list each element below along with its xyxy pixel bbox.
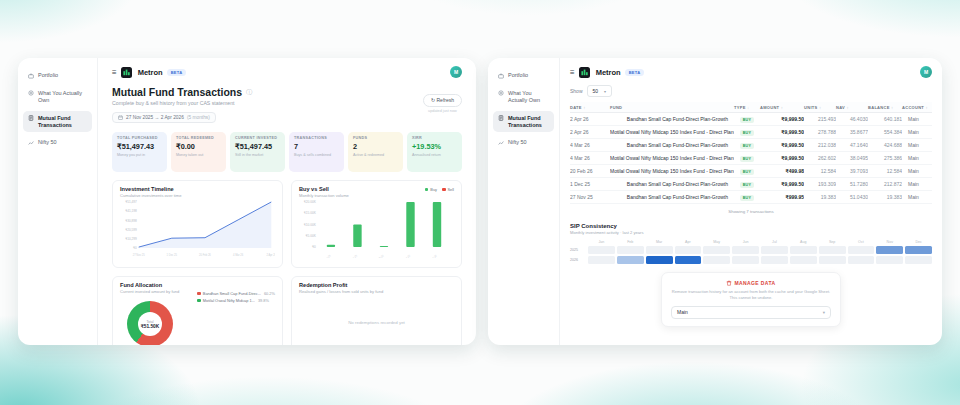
info-icon[interactable]: ⓘ [246, 88, 252, 97]
heatmap-cell[interactable] [819, 256, 846, 264]
bar-chart[interactable]: ₹0₹5.00K₹10.00K₹15.00K₹20.00KNov 25Dec 2… [299, 198, 454, 258]
date-range-chip[interactable]: 27 Nov 2025 → 2 Apr 2026 (5 months) [112, 112, 216, 123]
cell-type: BUY [734, 194, 760, 201]
heatmap-cell[interactable] [819, 246, 846, 254]
heatmap-month-label: May [703, 240, 730, 244]
svg-text:Apr 26: Apr 26 [429, 253, 438, 258]
svg-text:₹20,599: ₹20,599 [125, 228, 137, 232]
table-row[interactable]: 2 Apr 26 Motilal Oswal Nifty Midcap 150 … [570, 126, 932, 139]
table-row[interactable]: 2 Apr 26 Bandhan Small Cap Fund-Direct P… [570, 113, 932, 126]
dashboard-window: Portfolio What You Actually Own Mutual F… [18, 58, 476, 345]
cell-fund: Bandhan Small Cap Fund-Direct Plan-Growt… [610, 181, 734, 187]
buy-badge: BUY [740, 169, 755, 175]
column-header[interactable]: DATE ↕ [570, 105, 610, 110]
heatmap-cell[interactable] [905, 246, 932, 254]
hamburger-menu-icon[interactable]: ≡ [112, 68, 117, 77]
sort-icon[interactable]: ↕ [846, 105, 848, 110]
sip-heatmap: JanFebMarAprMayJunJulAugSepOctNovDec2025… [570, 240, 932, 264]
column-header[interactable]: AMOUNT ↕ [760, 105, 804, 110]
column-header[interactable]: UNITS ↕ [804, 105, 836, 110]
heatmap-cell[interactable] [646, 246, 673, 254]
cell-units: 19.383 [804, 194, 836, 200]
manage-data-card: MANAGE DATA Remove transaction history f… [661, 272, 841, 327]
heatmap-cell[interactable] [732, 256, 759, 264]
sidebar-item-what-you-own[interactable]: What You Actually Own [23, 86, 92, 108]
column-header[interactable]: FUND [610, 105, 734, 110]
legend-percent: 60.2% [264, 291, 275, 296]
heatmap-cell[interactable] [732, 246, 759, 254]
heatmap-cell[interactable] [790, 256, 817, 264]
sidebar-item-nifty50[interactable]: Nifty 50 [23, 135, 92, 150]
legend-label: Bandhan Small Cap Fund-Direc... [203, 291, 261, 296]
sort-icon[interactable]: ↕ [583, 105, 585, 110]
svg-text:₹10.00K: ₹10.00K [304, 223, 317, 227]
heatmap-month-label: Apr [675, 240, 702, 244]
page-title: Mutual Fund Transactions ⓘ [112, 86, 462, 98]
hamburger-menu-icon[interactable]: ≡ [570, 68, 575, 77]
column-header[interactable]: TYPE ↓ [734, 105, 760, 110]
heatmap-cell[interactable] [761, 256, 788, 264]
sidebar-item-nifty50[interactable]: Nifty 50 [493, 135, 554, 150]
document-icon [28, 115, 34, 121]
legend-percent: 39.8% [258, 298, 269, 303]
heatmap-cell[interactable] [905, 256, 932, 264]
heatmap-cell[interactable] [848, 246, 875, 254]
buy-vs-sell-card: Buy vs Sell Monthly transaction volume B… [291, 180, 462, 268]
page-size-select[interactable]: 50 ▾ [587, 85, 613, 97]
table-row[interactable]: 4 Mar 26 Motilal Oswal Nifty Midcap 150 … [570, 152, 932, 165]
sort-icon[interactable]: ↕ [819, 105, 821, 110]
heatmap-month-label: Jun [732, 240, 759, 244]
column-header[interactable]: ACCOUNT ↕ [902, 105, 932, 110]
plus-circle-icon [28, 90, 34, 96]
sidebar-item-what-you-own[interactable]: What You Actually Own [493, 86, 554, 108]
sidebar-item-mf-transactions[interactable]: Mutual Fund Transactions [493, 111, 554, 133]
heatmap-cell[interactable] [588, 246, 615, 254]
svg-text:₹5.00K: ₹5.00K [306, 234, 317, 238]
sort-icon[interactable]: ↕ [891, 105, 893, 110]
account-select[interactable]: Main ▾ [671, 306, 831, 319]
line-chart[interactable]: ₹0₹10,299₹20,599₹30,898₹41,198₹51,49727 … [120, 198, 275, 258]
svg-text:₹10,299: ₹10,299 [125, 237, 137, 241]
donut-chart[interactable]: Total ₹51.50K [127, 301, 173, 345]
heatmap-cell[interactable] [876, 246, 903, 254]
cell-date: 2 Apr 26 [570, 129, 610, 135]
sidebar-item-portfolio[interactable]: Portfolio [23, 68, 92, 83]
buy-badge: BUY [740, 182, 755, 188]
heatmap-cell[interactable] [761, 246, 788, 254]
svg-text:4 Mar 26: 4 Mar 26 [233, 253, 244, 257]
charts-row: Investment Timeline Cumulative investmen… [112, 180, 462, 268]
stat-value: 2 [353, 142, 398, 151]
column-header[interactable]: NAV ↕ [836, 105, 868, 110]
table-row[interactable]: 4 Mar 26 Bandhan Small Cap Fund-Direct P… [570, 139, 932, 152]
cell-date: 27 Nov 25 [570, 194, 610, 200]
heatmap-cell[interactable] [848, 256, 875, 264]
cell-type: BUY [734, 142, 760, 149]
heatmap-cell[interactable] [646, 256, 673, 264]
avatar[interactable]: M [450, 66, 462, 78]
heatmap-cell[interactable] [675, 256, 702, 264]
heatmap-cell[interactable] [876, 256, 903, 264]
heatmap-cell[interactable] [617, 256, 644, 264]
heatmap-month-label: Oct [848, 240, 875, 244]
sidebar-item-portfolio[interactable]: Portfolio [493, 68, 554, 83]
sort-icon[interactable]: ↓ [747, 105, 749, 110]
sort-icon[interactable]: ↕ [926, 105, 928, 110]
table-row[interactable]: 27 Nov 25 Bandhan Small Cap Fund-Direct … [570, 191, 932, 204]
heatmap-cell[interactable] [703, 246, 730, 254]
sidebar-item-label: Nifty 50 [508, 139, 527, 146]
chart-title: Fund Allocation [120, 282, 275, 288]
heatmap-cell[interactable] [617, 246, 644, 254]
sort-icon[interactable]: ↕ [781, 105, 783, 110]
heatmap-cell[interactable] [703, 256, 730, 264]
heatmap-cell[interactable] [790, 246, 817, 254]
stat-value: 7 [294, 142, 339, 151]
table-row[interactable]: 1 Dec 25 Bandhan Small Cap Fund-Direct P… [570, 178, 932, 191]
refresh-button[interactable]: ↻ Refresh [423, 94, 462, 107]
sidebar-item-mf-transactions[interactable]: Mutual Fund Transactions [23, 111, 92, 133]
heatmap-cell[interactable] [588, 256, 615, 264]
cell-balance: 640.181 [868, 116, 902, 122]
heatmap-cell[interactable] [675, 246, 702, 254]
column-header[interactable]: BALANCE ↕ [868, 105, 902, 110]
table-row[interactable]: 20 Feb 26 Motilal Oswal Nifty Midcap 150… [570, 165, 932, 178]
avatar[interactable]: M [920, 66, 932, 78]
